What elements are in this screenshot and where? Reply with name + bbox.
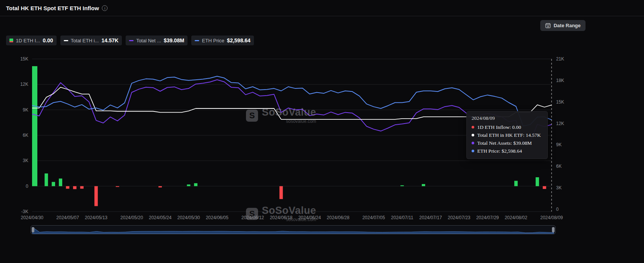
page-header: Total HK ETH Spot ETF ETH Inflow i (0, 0, 644, 16)
legend-item-total-net-assets[interactable]: Total Net ... $39.08M (126, 36, 188, 45)
navigator-left-handle[interactable] (32, 227, 34, 232)
x-axis-tick: 2024/06/28 (327, 215, 349, 220)
x-axis-tick: 2024/05/20 (120, 215, 143, 220)
navigator-area (32, 227, 554, 234)
date-range-button[interactable]: 12 Date Range (540, 20, 586, 31)
x-axis-tick: 2024/08/09 (540, 215, 563, 220)
legend-item-eth-price[interactable]: ETH Price $2,598.64 (191, 36, 254, 45)
legend-item-total-eth[interactable]: Total ETH i... 14.57K (60, 36, 122, 45)
legend-label: Total Net ... (136, 38, 161, 43)
x-axis-tick: 2024/06/12 (241, 215, 264, 220)
tooltip-row: 1D ETH Inflow: 0.00 (472, 123, 543, 131)
svg-text:12: 12 (547, 25, 549, 28)
legend-value: 14.57K (101, 37, 118, 43)
tooltip-row: Total ETH in HK ETF: 14.57K (472, 131, 543, 139)
x-axis-tick: 2024/07/05 (362, 215, 385, 220)
total-eth-dot-icon (472, 134, 474, 136)
legend-item-1d-eth-inflow[interactable]: 1D ETH I... 0.00 (6, 36, 57, 45)
bar-series-icon (9, 39, 13, 42)
legend: 1D ETH I... 0.00 Total ETH i... 14.57K T… (6, 36, 592, 45)
x-axis-tick: 2024/06/18 (270, 215, 292, 220)
right-axis-tick: 0 (556, 207, 559, 212)
blue-line-icon (195, 40, 199, 41)
tooltip-row: Total Net Assets: $39.08M (472, 139, 543, 147)
price-dot-icon (472, 150, 474, 152)
right-axis-tick: 3K (556, 185, 562, 190)
white-line-icon (64, 40, 68, 41)
navigator-right-handle[interactable] (552, 227, 555, 232)
left-axis-tick: 6K (23, 133, 28, 138)
calendar-icon: 12 (545, 23, 551, 28)
toolbar: 12 Date Range (0, 16, 592, 31)
x-axis-tick: 2024/05/07 (56, 215, 79, 220)
x-axis-tick: 2024/06/24 (298, 215, 321, 220)
right-axis-tick: 6K (556, 164, 562, 169)
info-icon[interactable]: i (102, 5, 108, 11)
x-axis-tick: 2024/08/02 (505, 215, 527, 220)
x-axis-tick: 2024/05/30 (177, 215, 200, 220)
net-assets-dot-icon (472, 142, 474, 144)
x-axis-tick: 2024/07/29 (476, 215, 499, 220)
left-axis-tick: 9K (23, 107, 28, 113)
tooltip-date: 2024/08/09 (472, 115, 543, 121)
legend-value: 0.00 (43, 37, 53, 43)
range-navigator[interactable] (31, 225, 556, 234)
left-axis-tick: 12K (20, 82, 28, 87)
right-axis-tick: 12K (556, 121, 564, 126)
x-axis-tick: 2024/05/24 (149, 215, 172, 220)
right-axis-tick: 9K (556, 142, 562, 147)
x-axis-tick: 2024/07/17 (419, 215, 442, 220)
left-axis-tick: 3K (23, 158, 28, 163)
right-axis-tick: 15K (556, 99, 564, 105)
x-axis-tick: 2024/07/23 (448, 215, 470, 220)
page-title: Total HK ETH Spot ETF ETH Inflow (6, 5, 99, 11)
right-axis-tick: 21K (556, 56, 564, 62)
legend-label: ETH Price (202, 38, 224, 43)
legend-label: Total ETH i... (71, 38, 99, 43)
purple-line-icon (129, 40, 134, 41)
legend-label: 1D ETH I... (16, 38, 40, 43)
date-range-label: Date Range (553, 23, 581, 28)
x-axis-tick: 2024/06/05 (206, 215, 228, 220)
legend-value: $2,598.64 (227, 37, 251, 43)
left-axis-tick: -3K (21, 209, 28, 214)
x-axis-tick: 2024/04/30 (21, 215, 43, 220)
right-axis-tick: 18K (556, 78, 564, 83)
inflow-dot-icon (472, 126, 474, 128)
x-axis-tick: 2024/05/13 (85, 215, 108, 220)
legend-value: $39.08M (164, 37, 184, 43)
left-axis-tick: 15K (20, 56, 28, 62)
chart-tooltip: 2024/08/09 1D ETH Inflow: 0.00 Total ETH… (466, 111, 548, 159)
chart-area[interactable]: 15K12K9K6K3K0-3K21K18K15K12K9K6K3K02024/… (0, 55, 592, 224)
left-axis-tick: 0 (26, 184, 28, 189)
navigator-chart-svg (31, 226, 555, 234)
x-axis-tick: 2024/07/11 (391, 215, 413, 220)
tooltip-row: ETH Price: $2,598.64 (472, 147, 543, 155)
chart-panel: 12 Date Range 1D ETH I... 0.00 Total ETH… (0, 16, 592, 234)
